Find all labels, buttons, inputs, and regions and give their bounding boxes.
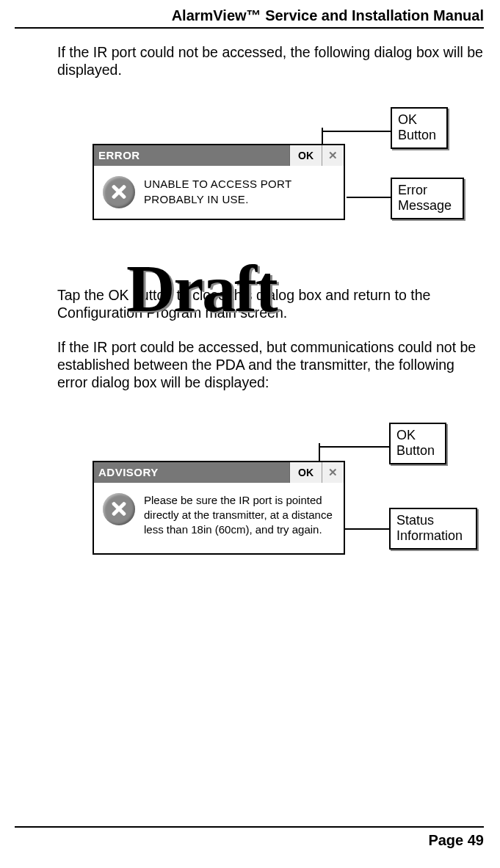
dialog-titlebar: ADVISORY OK ✕ (94, 462, 344, 483)
paragraph-2: Tap the OK button to close this dialog b… (57, 286, 484, 322)
callout-line (322, 128, 323, 145)
close-button[interactable]: ✕ (322, 145, 344, 166)
callout-ok-button: OK Button (391, 107, 448, 149)
callout-line (345, 528, 389, 530)
close-icon: ✕ (328, 466, 338, 479)
error-dialog: ERROR OK ✕ UNABLE TO ACCESS PORT PROBABL… (93, 144, 345, 220)
close-icon: ✕ (328, 149, 338, 162)
error-icon (103, 176, 135, 208)
paragraph-3: If the IR port could be accessed, but co… (57, 338, 484, 392)
callout-error-message: Error Message (391, 178, 464, 219)
callout-status-text: Status Information (396, 513, 463, 544)
page-number: Page 49 (15, 832, 484, 849)
ok-button[interactable]: OK (289, 462, 322, 483)
header-rule (15, 27, 484, 29)
ok-button[interactable]: OK (289, 145, 322, 166)
dialog-titlebar: ERROR OK ✕ (94, 145, 344, 166)
callout-line (319, 443, 320, 462)
figure-error-dialog: OK Button Error Message ERROR OK ✕ UNABL… (15, 107, 484, 264)
callout-ok-button-text-2: OK Button (396, 428, 435, 459)
callout-line (323, 131, 391, 132)
doc-header-title: AlarmView™ Service and Installation Manu… (15, 7, 484, 24)
callout-line (347, 197, 391, 198)
dialog-title: ADVISORY (94, 462, 289, 483)
page-footer: Page 49 (15, 826, 484, 849)
advisory-dialog: ADVISORY OK ✕ Please be sure the IR port… (93, 461, 345, 555)
dialog-message: UNABLE TO ACCESS PORT PROBABLY IN USE. (144, 176, 336, 207)
dialog-title: ERROR (94, 145, 289, 166)
callout-ok-button-2: OK Button (389, 423, 446, 464)
callout-line (320, 446, 389, 448)
callout-status-info: Status Information (389, 508, 477, 550)
dialog-body: Please be sure the IR port is pointed di… (94, 483, 344, 554)
close-button[interactable]: ✕ (322, 462, 344, 483)
dialog-message: Please be sure the IR port is pointed di… (144, 493, 336, 538)
callout-ok-button-text: OK Button (398, 112, 436, 143)
dialog-body: UNABLE TO ACCESS PORT PROBABLY IN USE. (94, 166, 344, 219)
callout-error-text: Error Message (398, 183, 452, 214)
paragraph-1: If the IR port could not be accessed, th… (57, 43, 484, 79)
figure-advisory-dialog: OK Button Status Information ADVISORY OK… (15, 423, 484, 631)
footer-rule (15, 826, 484, 828)
error-icon (103, 493, 135, 525)
